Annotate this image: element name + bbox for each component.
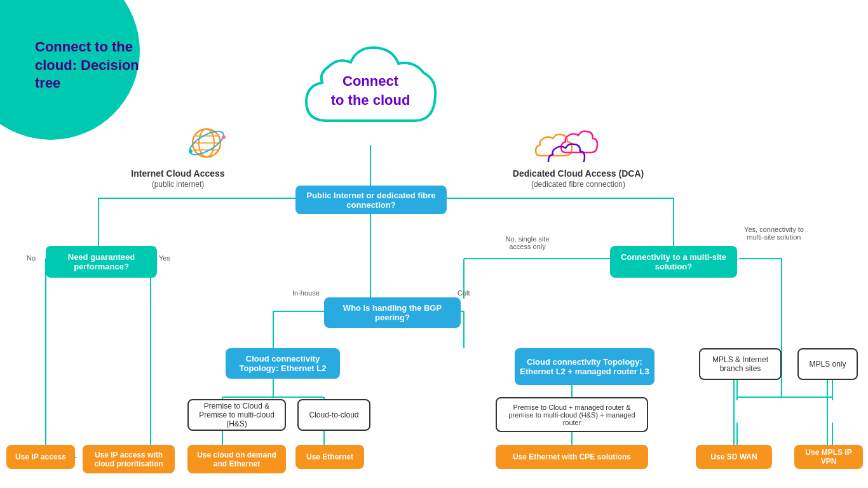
yes-multi-site-label: Yes, connectivity to multi-site solution: [742, 226, 806, 241]
use-cloud-demand-outcome: Use cloud on demand and Ethernet: [187, 445, 286, 473]
use-mpls-ip-vpn-outcome: Use MPLS IP VPN: [794, 445, 863, 469]
svg-text:Connect: Connect: [342, 73, 399, 89]
public-internet-box: Public Internet or dedicated fibre conne…: [295, 186, 447, 214]
mpls-only-box: MPLS only: [797, 348, 858, 380]
internet-cloud-access-subtitle: (public internet): [127, 180, 229, 189]
premise-cloud-hs-box: Premise to Cloud & Premise to multi-clou…: [187, 399, 286, 431]
dca-subtitle: (dedicated fibre connection): [508, 180, 648, 189]
page-title: Connect to the cloud: Decision tree: [35, 38, 162, 93]
bgp-peering-box: Who is handling the BGP peering?: [324, 297, 461, 328]
use-ip-cloud-outcome: Use IP access with cloud prioritisation: [83, 445, 175, 473]
svg-point-45: [189, 149, 193, 153]
use-sd-wan-outcome: Use SD WAN: [696, 445, 772, 469]
svg-point-44: [222, 135, 226, 139]
use-ethernet-cpe-outcome: Use Ethernet with CPE solutions: [496, 445, 648, 469]
yes-label: Yes: [159, 254, 170, 262]
dca-title: Dedicated Cloud Access (DCA): [508, 168, 648, 179]
cloud-to-cloud-box: Cloud-to-cloud: [297, 399, 370, 431]
cloud-shape: Connect to the cloud: [287, 38, 454, 143]
need-guaranteed-box: Need guaranteed performance?: [46, 246, 157, 278]
connectivity-multi-box: Connectivity to a multi-site solution?: [610, 246, 737, 278]
colt-label: Colt: [458, 289, 470, 297]
dca-icon: [521, 118, 616, 165]
in-house-label: In-house: [292, 289, 320, 297]
internet-cloud-access-title: Internet Cloud Access: [127, 168, 229, 179]
no-single-site-label: No, single site access only: [496, 235, 559, 250]
premise-managed-box: Premise to Cloud + managed router & prem…: [496, 397, 648, 432]
no-label: No: [27, 254, 36, 262]
use-ethernet-outcome: Use Ethernet: [295, 445, 364, 469]
ethernet-l2-box: Cloud connectivity Topology: Ethernet L2: [226, 348, 340, 379]
use-ip-access-outcome: Use IP access: [6, 445, 75, 469]
internet-cloud-icon: [162, 121, 251, 168]
svg-text:to the cloud: to the cloud: [331, 92, 410, 108]
ethernet-l2-managed-box: Cloud connectivity Topology: Ethernet L2…: [515, 348, 654, 385]
mpls-internet-box: MPLS & Internet branch sites: [699, 348, 782, 380]
